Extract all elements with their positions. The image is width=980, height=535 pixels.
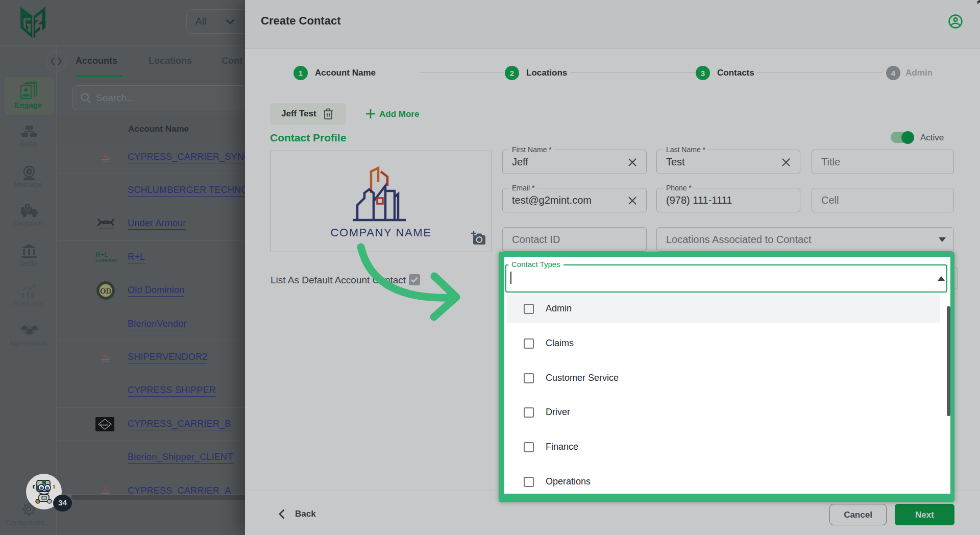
svg-text:MILEIT: MILEIT [100, 423, 110, 426]
svg-text:OD: OD [100, 287, 112, 295]
